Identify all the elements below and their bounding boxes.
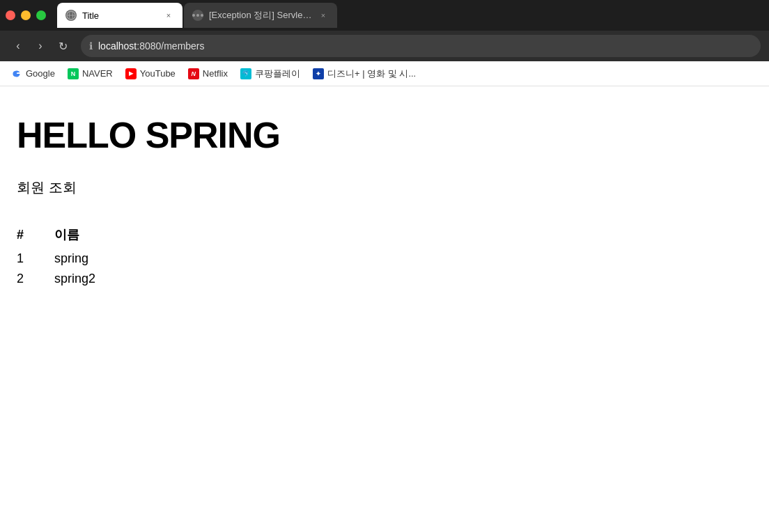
url-info-icon: ℹ [89, 40, 93, 52]
table-header-id: # [17, 226, 40, 249]
page-heading: HELLO SPRING [17, 114, 752, 156]
active-tab-title: Title [82, 10, 157, 21]
tab-inactive[interactable]: [Exception 정리] Servlet.service × [184, 3, 337, 28]
bookmark-youtube[interactable]: ▶ YouTube [120, 65, 181, 82]
url-path: :8080/members [137, 40, 204, 52]
bookmark-youtube-label: YouTube [140, 68, 176, 79]
url-domain: localhost [98, 40, 137, 52]
window-controls [6, 10, 46, 20]
nav-buttons: ‹ › ↻ [8, 36, 72, 56]
disney-favicon: ✦ [313, 68, 324, 79]
browser-chrome: Title × [Exception 정리] Servlet.service ×… [0, 0, 769, 86]
tab-favicon-exception [192, 10, 203, 21]
forward-button[interactable]: › [31, 36, 50, 56]
coupang-favicon: 🐬 [240, 68, 251, 79]
bookmark-coupang[interactable]: 🐬 쿠팡플레이 [235, 65, 306, 83]
tab-active[interactable]: Title × [57, 3, 182, 28]
tabs-container: Title × [Exception 정리] Servlet.service × [57, 3, 763, 28]
svg-text:G: G [13, 70, 19, 78]
table-row: 1spring [17, 249, 112, 269]
bookmark-netflix-label: Netflix [203, 68, 228, 79]
table-cell-id: 1 [17, 249, 40, 269]
window-minimize-button[interactable] [21, 10, 31, 20]
netflix-favicon: N [188, 68, 199, 79]
back-button[interactable]: ‹ [8, 36, 28, 56]
page-content: HELLO SPRING 회원 조회 # 이름 1spring2spring2 [0, 86, 769, 317]
google-favicon: G [11, 68, 22, 79]
url-text: localhost:8080/members [98, 40, 205, 52]
table-cell-id: 2 [17, 269, 40, 289]
naver-favicon: N [68, 68, 79, 79]
bookmark-disney-label: 디즈니+ | 영화 및 시... [327, 68, 416, 80]
tab-favicon-globe [65, 10, 77, 21]
members-table: # 이름 1spring2spring2 [17, 226, 112, 289]
bookmark-naver[interactable]: N NAVER [62, 65, 118, 82]
url-bar[interactable]: ℹ localhost:8080/members [81, 35, 761, 57]
bookmark-google[interactable]: G Google [6, 65, 61, 82]
inactive-tab-title: [Exception 정리] Servlet.service [209, 9, 312, 22]
bookmark-naver-label: NAVER [82, 68, 113, 79]
section-title: 회원 조회 [17, 178, 752, 197]
table-row: 2spring2 [17, 269, 112, 289]
table-cell-name: spring [40, 249, 112, 269]
table-cell-name: spring2 [40, 269, 112, 289]
reload-button[interactable]: ↻ [53, 36, 72, 56]
bookmark-netflix[interactable]: N Netflix [182, 65, 233, 82]
bookmark-coupang-label: 쿠팡플레이 [255, 68, 300, 80]
table-header-name: 이름 [40, 226, 112, 249]
active-tab-close[interactable]: × [163, 10, 174, 21]
window-maximize-button[interactable] [36, 10, 46, 20]
inactive-tab-close[interactable]: × [318, 10, 329, 21]
address-bar: ‹ › ↻ ℹ localhost:8080/members [0, 31, 769, 61]
bookmarks-bar: G Google N NAVER ▶ YouTube N Netflix 🐬 쿠… [0, 61, 769, 86]
tab-bar: Title × [Exception 정리] Servlet.service × [0, 0, 769, 31]
youtube-favicon: ▶ [125, 68, 137, 79]
bookmark-disney[interactable]: ✦ 디즈니+ | 영화 및 시... [307, 65, 421, 83]
bookmark-google-label: Google [26, 68, 55, 79]
window-close-button[interactable] [6, 10, 15, 20]
table-header-row: # 이름 [17, 226, 112, 249]
